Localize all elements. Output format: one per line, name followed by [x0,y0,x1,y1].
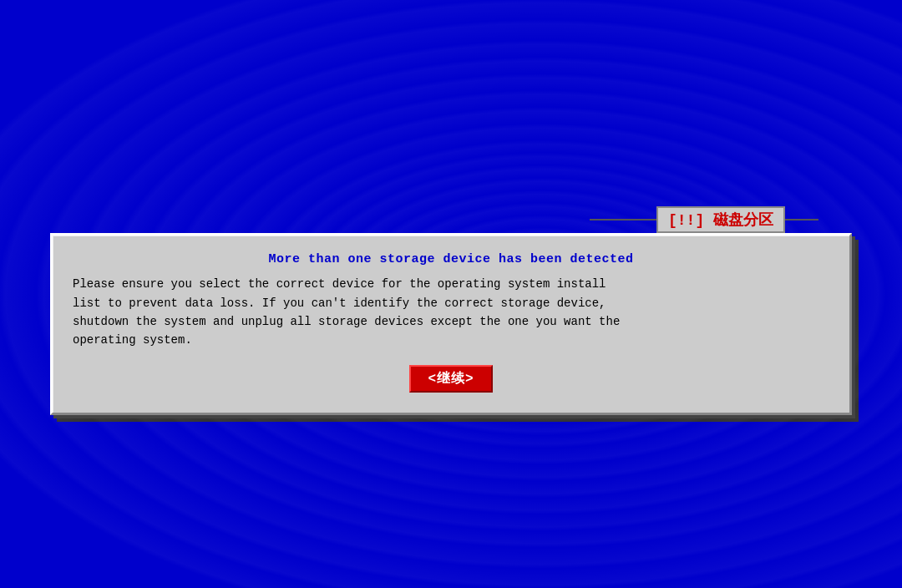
title-bar: [!!] 磁盘分区 [50,206,852,233]
dialog-title: [!!] 磁盘分区 [656,206,785,233]
title-line-right [785,219,818,220]
dialog-box: More than one storage device has been de… [50,233,852,415]
warning-line: More than one storage device has been de… [73,252,829,266]
message-text: Please ensure you select the correct dev… [73,275,829,350]
title-line-left [590,219,656,220]
dialog-wrapper: [!!] 磁盘分区 More than one storage device h… [50,206,852,415]
continue-button[interactable]: <继续> [409,365,492,393]
dialog-container: More than one storage device has been de… [50,233,852,415]
title-bar-inner: [!!] 磁盘分区 [590,206,818,233]
button-row: <继续> [73,365,829,393]
